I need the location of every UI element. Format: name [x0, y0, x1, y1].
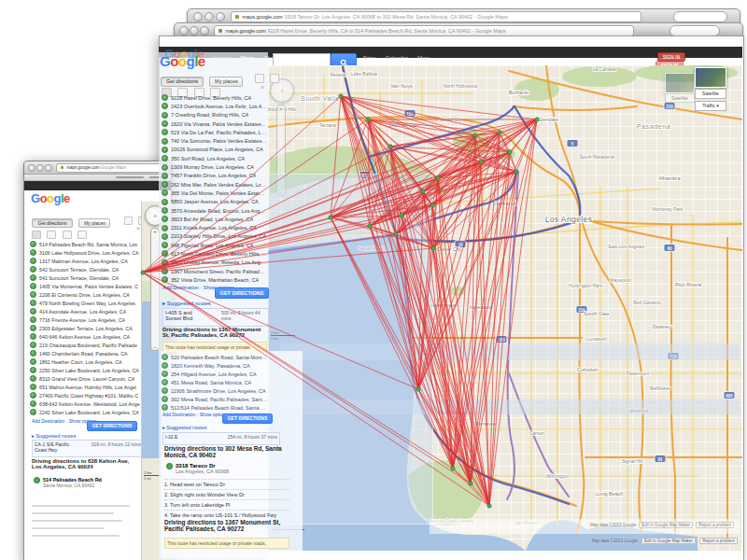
- add-destination-link[interactable]: Add Destination: [32, 418, 64, 424]
- waypoint-row[interactable]: 1405 Via Montemar, Palos Verdes Estates,…: [27, 282, 141, 290]
- walk-mode-icon[interactable]: [63, 231, 72, 239]
- waypoint-row[interactable]: 7716 Firenze Avenue, Los Angeles, CA: [27, 315, 141, 324]
- nav-item-images[interactable]: Images: [78, 187, 97, 190]
- waypoint-row[interactable]: 2423 Overlook Avenue, Los Feliz, Los Ang…: [159, 102, 267, 110]
- waypoint-row[interactable]: 1861 Heather Court, Los Angeles, CA: [27, 357, 141, 366]
- bike-mode-icon[interactable]: [78, 231, 87, 239]
- forward-button[interactable]: [200, 26, 209, 35]
- print-icon[interactable]: [255, 74, 264, 83]
- waypoint-row[interactable]: 1820 Kenneth Way, Pasadena, CA: [159, 361, 269, 370]
- satellite-toggle[interactable]: Satellite: [665, 93, 695, 103]
- suggested-routes-label[interactable]: ▸ Suggested routes: [162, 300, 211, 306]
- waypoint-row[interactable]: 2103 Stanley Hills Drive, Los Angeles, C…: [159, 232, 267, 241]
- add-destination-link[interactable]: Add Destination: [162, 285, 199, 290]
- waypoint-row[interactable]: 7457 Franklin Drive, Los Angeles, CA: [159, 172, 267, 180]
- waypoint-row[interactable]: 302 Mesa Road, Pacific Palisades, Santa …: [159, 395, 269, 403]
- waypoint-row[interactable]: 8310 Grand View Drive, Laurel Canyon, CA: [27, 374, 141, 383]
- direction-step[interactable]: 1. Head west on Tareco Dr: [164, 479, 289, 489]
- waypoint-row[interactable]: 3603 Bel Air Road, Los Angeles, CA: [159, 215, 267, 223]
- waypoint-row[interactable]: 350 Surf Road, Los Angeles, CA: [159, 154, 267, 162]
- waypoint-row[interactable]: 1460 Chamberlain Road, Pasadena, CA: [27, 349, 141, 357]
- forward-button[interactable]: [216, 12, 225, 21]
- waypoint-row[interactable]: 3106 Lake Hollywood Drive, Los Angeles, …: [27, 248, 141, 257]
- waypoint-row[interactable]: 638-642 Kelton Avenue, Westwood, Los Ang…: [27, 399, 141, 408]
- window-close-button[interactable]: [28, 164, 35, 172]
- window-close-button[interactable]: [179, 26, 189, 35]
- address-bar[interactable]: maps.google.com 3318 Tareco Dr, Los Ange…: [231, 11, 641, 22]
- back-button[interactable]: [36, 164, 44, 172]
- waypoint-row[interactable]: 7 Crestling Road, Rolling Hills, CA: [159, 111, 267, 119]
- link-icon[interactable]: [270, 74, 279, 83]
- nav-item-maps[interactable]: Maps: [106, 187, 120, 190]
- satellite-thumbnail[interactable]: [665, 73, 695, 93]
- waypoint-row[interactable]: 1309 Murray Drive, Los Angeles, CA: [159, 162, 267, 171]
- bookmark-item[interactable]: [116, 176, 144, 178]
- waypoint-row[interactable]: 740 Via Somonte, Palos Verdes Estates, C…: [159, 136, 267, 145]
- waypoint-row[interactable]: 2250 Silver Lake Boulevard, Los Angeles,…: [27, 366, 141, 374]
- forward-button[interactable]: [45, 164, 52, 172]
- waypoint-row[interactable]: 10026 Sunwood Place, Los Angeles, CA: [159, 146, 267, 154]
- close-icon[interactable]: ×: [136, 225, 140, 231]
- traffic-dropdown[interactable]: Traffic ▾: [695, 101, 726, 111]
- waypoint-row[interactable]: 519 Via De La Paz, Pacific Palisades, Lo…: [159, 128, 267, 136]
- suggested-routes-label[interactable]: ▸ Suggested routes: [162, 425, 206, 430]
- route-option[interactable]: CA-1 S/E PacificCoast Hwy 319 mi, 8 hour…: [32, 440, 144, 457]
- back-button[interactable]: [190, 26, 199, 35]
- waypoint-row[interactable]: 2311 Kiowa Avenue, Los Angeles, CA: [159, 223, 267, 231]
- waypoint-row[interactable]: 2206 El Contento Drive, Los Angeles, CA: [27, 290, 141, 299]
- waypoint-row[interactable]: 254 Hilgard Avenue, Los Angeles, CA: [159, 370, 269, 378]
- waypoint-row[interactable]: 640-646 Kelton Avenue, Los Angeles, CA: [27, 332, 141, 341]
- waypoint-row[interactable]: 948 Tigertail Road, Los Angeles, CA: [159, 241, 267, 249]
- close-icon[interactable]: ×: [261, 84, 264, 91]
- direction-step[interactable]: 3. Turn left onto Lakeridge Pl: [164, 499, 289, 510]
- waypoint-row[interactable]: 2242 Silver Lake Boulevard, Los Angeles,…: [27, 408, 141, 416]
- add-destination-link[interactable]: Add Destination: [162, 412, 195, 417]
- direction-step[interactable]: 2. Slight right onto Wonder View Dr: [164, 489, 289, 499]
- nav-item-drive[interactable]: Drive: [363, 52, 376, 58]
- nav-item-calendar[interactable]: Calendar: [386, 52, 408, 58]
- origin-row[interactable]: 3318 Tareco DrLos Angeles, CA 90068: [166, 463, 229, 474]
- waypoint-row[interactable]: 219 Chautauqua Boulevard, Pacific Palisa…: [27, 341, 141, 349]
- car-mode-icon[interactable]: [32, 231, 41, 239]
- satellite-thumbnail[interactable]: [695, 67, 726, 88]
- window-close-button[interactable]: [193, 12, 203, 21]
- waypoint-row[interactable]: 1317 Maltman Avenue, Los Angeles, CA: [27, 257, 141, 265]
- waypoint-row[interactable]: 617 North Camden Drive, Beverly Hills, C…: [159, 249, 267, 258]
- waypoint-row[interactable]: 1620 Via Vivanta, Palos Verdes Estates, …: [159, 119, 267, 128]
- route-option[interactable]: I-405 S andSunset Blvd 530 mi, 9 hours 4…: [162, 308, 269, 327]
- back-button[interactable]: [204, 12, 214, 21]
- waypoint-row[interactable]: 451 Mesa Road, Santa Monica, CA: [159, 378, 269, 386]
- waypoint-row[interactable]: 3570 Amesdale Road, Encino, Los Angeles,…: [159, 206, 267, 215]
- nav-item-more[interactable]: More: [417, 52, 430, 58]
- waypoint-row[interactable]: 365 Via Del Monte, Palos Verdes Estates,…: [159, 189, 267, 197]
- route-option[interactable]: I-10 E 254 mi, 8 hours 37 mins: [162, 432, 280, 445]
- waypoint-row[interactable]: 514 Palisades Beach Rd, Santa Monica, Lo…: [27, 240, 141, 248]
- waypoint-row[interactable]: 9228 Hazel Drive, Beverly Hills, CA: [159, 93, 267, 102]
- get-directions-button[interactable]: GET DIRECTIONS: [222, 413, 273, 424]
- waypoint-row[interactable]: 5850 Jasper Avenue, Los Angeles, CA: [159, 198, 267, 206]
- suggested-routes-label[interactable]: ▸ Suggested routes: [32, 433, 76, 439]
- waypoint-row[interactable]: 414 Avondale Avenue, Los Angeles, CA: [27, 307, 141, 315]
- print-icon[interactable]: [124, 217, 133, 225]
- waypoint-row[interactable]: 352 Vista Drive, Manhattan Beach, CA: [159, 275, 267, 284]
- waypoint-row[interactable]: 2303 Edgewater Terrace, Los Angeles, CA: [27, 324, 141, 332]
- nav-item-search[interactable]: Search: [51, 187, 69, 190]
- nav-item-you[interactable]: +You: [29, 187, 42, 190]
- waypoint-row[interactable]: 651 Walnut Avenue, Holmby Hills, Los Ang…: [27, 383, 141, 391]
- maps-search-input[interactable]: [273, 53, 331, 66]
- nav-item-play[interactable]: Play: [130, 187, 141, 190]
- waypoint-row[interactable]: 542 Suncourt Terrace, Glendale, CA: [27, 265, 141, 273]
- address-bar[interactable]: maps.google.com Google Maps: [56, 163, 170, 173]
- waypoint-row[interactable]: 262 Mira Mar, Palos Verdes Estates, Los …: [159, 180, 267, 189]
- waypoint-row[interactable]: 512/514 Palisades Beach Road, Santa Moni…: [159, 403, 269, 412]
- origin-row[interactable]: 514 Palisades Beach RdSanta Monica, CA 9…: [34, 477, 102, 488]
- waypoint-row[interactable]: 479 North Bowling Green Way, Los Angeles…: [27, 299, 141, 307]
- waypoint-row[interactable]: 27400 Pacific Coast Highway #101, Malibu…: [27, 391, 141, 399]
- waypoint-row[interactable]: 520 Palisades Beach Road, Santa Monica, …: [159, 353, 269, 361]
- waypoint-row[interactable]: 1367 Monument Street, Pacific Palisades,…: [159, 267, 267, 275]
- waypoint-row[interactable]: 541 Suncourt Terrace, Glendale, CA: [27, 273, 141, 282]
- report-problem-link[interactable]: Report a problem: [699, 538, 738, 544]
- get-directions-button[interactable]: GET DIRECTIONS: [87, 421, 137, 431]
- satellite-toggle[interactable]: Satellite: [695, 89, 726, 99]
- browser-search-field[interactable]: [673, 11, 727, 22]
